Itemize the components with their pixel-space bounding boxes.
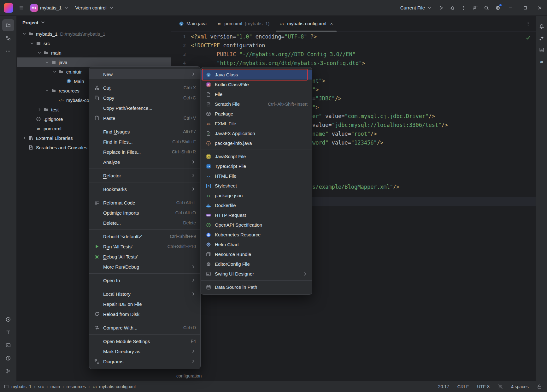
menu-item-javafx-application[interactable]: JavaFX Application (201, 128, 312, 138)
menu-item-compare-with[interactable]: Compare With...Ctrl+D (89, 323, 200, 333)
tree-item-src[interactable]: src (17, 39, 171, 48)
menu-item-package-info-java[interactable]: ipackage-info.java (201, 138, 312, 148)
tree-item-mybatis-1[interactable]: mybatis_1D:\mybatis\mybatis_1 (17, 29, 171, 39)
ai-assistant-button[interactable] (537, 33, 546, 43)
code-line[interactable]: 3 PUBLIC "-//mybatis.org//DTD Config 3.0… (171, 50, 356, 59)
menu-item-more-run-debug[interactable]: More Run/Debug (89, 262, 200, 272)
editor-tab-main-java[interactable]: CMain.java (174, 16, 212, 31)
chevron-expanded-icon[interactable] (51, 69, 58, 74)
menu-item-html-file[interactable]: <>HTML File (201, 171, 312, 181)
menu-item-open-in[interactable]: Open In (89, 275, 200, 285)
caret-position[interactable]: 20:17 (438, 384, 449, 389)
menu-item-cut[interactable]: CutCtrl+X (89, 83, 200, 93)
main-menu-icon[interactable] (16, 2, 27, 14)
minimize-button[interactable] (503, 0, 518, 16)
notifications-button[interactable] (537, 22, 546, 31)
menu-item-resource-bundle[interactable]: Resource Bundle (201, 249, 312, 259)
code-fragment[interactable]: ="JDBC"/> (312, 94, 341, 103)
menu-item-kubernetes-resource[interactable]: Kubernetes Resource (201, 230, 312, 240)
menu-item-repair-ide-on-file[interactable]: Repair IDE on File (89, 299, 200, 309)
menu-item-swing-ui-designer[interactable]: Swing UI Designer (201, 269, 312, 279)
settings-icon[interactable] (492, 2, 503, 14)
project-tool-button[interactable] (2, 19, 14, 31)
code-line[interactable]: 1<?xml version="1.0" encoding="UTF-8" ?> (171, 32, 317, 41)
menu-item-optimize-imports[interactable]: Optimize ImportsCtrl+Alt+O (89, 208, 200, 218)
more-tool-windows-button[interactable] (2, 45, 14, 57)
run-config-widget[interactable]: Current File (397, 3, 435, 12)
breadcrumb-item[interactable]: resources (67, 384, 86, 389)
breadcrumb-item[interactable]: main (50, 384, 60, 389)
structure-tool-button[interactable] (2, 32, 14, 44)
code-fragment[interactable]: s/example/BlogMapper.xml"/> (312, 182, 399, 191)
close-button[interactable] (532, 0, 547, 16)
code-with-me-icon[interactable] (469, 2, 481, 14)
close-tab-icon[interactable]: × (330, 21, 333, 26)
line-separator[interactable]: CRLF (457, 384, 469, 389)
menu-item-reformat-code[interactable]: Reformat CodeCtrl+Alt+L (89, 198, 200, 208)
menu-item-refactor[interactable]: Refactor (89, 170, 200, 181)
breadcrumb-item[interactable]: mybatis_1 (11, 384, 32, 389)
menu-item-editorconfig-file[interactable]: EditorConfig File (201, 259, 312, 269)
menu-item-bookmarks[interactable]: Bookmarks (89, 184, 200, 194)
editor-tab-mybatis-config-xml[interactable]: </>mybatis-config.xml× (274, 16, 338, 31)
indent-config[interactable]: 4 spaces (511, 384, 529, 389)
lock-icon[interactable] (537, 384, 542, 389)
code-fragment[interactable]: "> (312, 85, 319, 94)
code-fragment[interactable]: "> (312, 103, 319, 112)
menu-item-mark-directory-as[interactable]: Mark Directory as (89, 346, 200, 356)
menu-item-http-request[interactable]: APIHTTP Request (201, 210, 312, 220)
terminal-tool-button[interactable] (2, 339, 14, 351)
tab-options-icon[interactable] (526, 21, 531, 26)
menu-item-open-module-settings[interactable]: Open Module SettingsF4 (89, 336, 200, 346)
menu-item-run-all-tests[interactable]: Run 'All Tests'Ctrl+Shift+F10 (89, 241, 200, 252)
menu-item-find-in-files[interactable]: Find in Files...Ctrl+Shift+F (89, 137, 200, 147)
editor-tab-pom-xml[interactable]: mpom.xml(mybatis_1) (212, 16, 274, 31)
breadcrumb-item[interactable]: src (38, 384, 44, 389)
search-everywhere-icon[interactable] (481, 2, 492, 14)
menu-item-replace-in-files[interactable]: Replace in Files...Ctrl+Shift+R (89, 147, 200, 157)
menu-item-openapi-specification[interactable]: OpenAPI Specification (201, 220, 312, 230)
code-fragment[interactable]: value="jdbc:mysql://localhost:3306/test"… (312, 121, 448, 129)
tree-item-java[interactable]: java (17, 57, 171, 67)
code-line[interactable]: 4 "http://mybatis.org/dtd/mybatis-3-conf… (171, 59, 365, 68)
code-fragment[interactable]: er" value="com.mysql.cj.jdbc.Driver"/> (312, 112, 435, 121)
debug-button[interactable] (447, 2, 458, 14)
code-fragment[interactable]: nt"> (312, 76, 325, 85)
menu-item-analyze[interactable]: Analyze (89, 157, 200, 167)
project-panel-header[interactable]: Project (17, 16, 171, 29)
chevron-expanded-icon[interactable] (29, 41, 35, 46)
menu-item-data-source-in-path[interactable]: Data Source in Path (201, 282, 312, 292)
menu-item-scratch-file[interactable]: Scratch FileCtrl+Alt+Shift+Insert (201, 99, 312, 109)
tree-item-main[interactable]: main (17, 48, 171, 57)
chevron-expanded-icon[interactable] (21, 31, 27, 36)
vcs-widget[interactable]: Version control (72, 3, 117, 12)
run-tool-button[interactable] (2, 313, 14, 325)
menu-item-dockerfile[interactable]: Dockerfile (201, 200, 312, 210)
breadcrumb-item[interactable]: </>mybatis-config.xml (92, 384, 136, 389)
menu-item-copy-path-reference[interactable]: Copy Path/Reference... (89, 103, 200, 113)
menu-item-new[interactable]: New (89, 69, 200, 79)
menu-item-rebuild-default[interactable]: Rebuild '<default>'Ctrl+Shift+F9 (89, 231, 200, 241)
menu-item-copy[interactable]: CopyCtrl+C (89, 93, 200, 103)
chevron-expanded-icon[interactable] (36, 50, 43, 55)
menu-item-helm-chart[interactable]: Helm Chart (201, 240, 312, 249)
code-line[interactable]: 2<!DOCTYPE configuration (171, 41, 265, 50)
menu-item-debug-all-tests[interactable]: Debug 'All Tests' (89, 252, 200, 262)
problems-tool-button[interactable] (2, 352, 14, 364)
menu-item-paste[interactable]: PasteCtrl+V (89, 113, 200, 123)
menu-item-reload-from-disk[interactable]: Reload from Disk (89, 309, 200, 319)
menu-item-file[interactable]: File (201, 89, 312, 99)
maven-tool-button[interactable]: m (537, 57, 546, 66)
version-control-tool-button[interactable] (2, 365, 14, 377)
inspections-ok-icon[interactable] (526, 35, 531, 40)
menu-item-find-usages[interactable]: Find UsagesAlt+F7 (89, 127, 200, 137)
editor-breadcrumb[interactable]: configuration (171, 371, 536, 381)
code-fragment[interactable]: word" value="123456"/> (312, 138, 383, 147)
menu-item-package[interactable]: Package (201, 109, 312, 119)
run-button[interactable] (435, 2, 447, 14)
todo-tool-button[interactable] (2, 326, 14, 338)
menu-item-kotlin-class-file[interactable]: KKotlin Class/File (201, 80, 312, 89)
menu-item-delete[interactable]: Delete...Delete (89, 218, 200, 228)
chevron-collapsed-icon[interactable] (36, 107, 43, 112)
code-fragment[interactable]: name" value="root"/> (312, 129, 377, 138)
